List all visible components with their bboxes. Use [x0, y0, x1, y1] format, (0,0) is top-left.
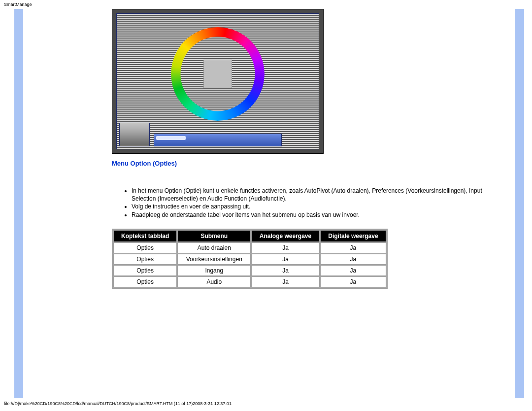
doc-title: SmartManage — [4, 2, 32, 7]
section-title: Menu Option (Opties) — [112, 160, 496, 167]
list-item: In het menu Option (Optie) kunt u enkele… — [132, 187, 496, 203]
col-header: Koptekst tabblad — [113, 230, 177, 242]
cell: Ja — [320, 254, 386, 265]
table-row: Opties Voorkeursinstellingen Ja Ja — [113, 254, 386, 265]
table-header-row: Koptekst tabblad Submenu Analoge weergav… — [113, 230, 386, 242]
page-layout: Menu Option (Opties) In het menu Option … — [0, 9, 532, 398]
stripe-left — [14, 9, 23, 398]
calibration-pattern-image — [112, 9, 324, 154]
list-item: Raadpleeg de onderstaande tabel voor ite… — [132, 211, 496, 219]
cell: Ja — [251, 276, 320, 287]
cell: Opties — [113, 276, 177, 287]
notes-list: In het menu Option (Optie) kunt u enkele… — [112, 187, 496, 219]
center-square — [203, 60, 232, 88]
page-header: SmartManage — [0, 0, 532, 9]
col-header: Digitale weergave — [320, 230, 386, 242]
col-header: Analoge weergave — [251, 230, 320, 242]
table-row: Opties Audio Ja Ja — [113, 276, 386, 287]
table-row: Opties Auto draaien Ja Ja — [113, 242, 386, 253]
content: Menu Option (Opties) In het menu Option … — [23, 9, 515, 398]
cell: Ingang — [177, 265, 251, 276]
cell: Ja — [320, 265, 386, 276]
cell: Ja — [251, 254, 320, 265]
cell: Ja — [320, 276, 386, 287]
cell: Ja — [251, 242, 320, 253]
cell: Ja — [251, 265, 320, 276]
thumbnail-pattern — [119, 123, 150, 146]
cell: Ja — [320, 242, 386, 253]
table-row: Opties Ingang Ja Ja — [113, 265, 386, 276]
cell: Audio — [177, 276, 251, 287]
cell: Auto draaien — [177, 242, 251, 253]
list-item: Volg de instructies en voer de aanpassin… — [132, 203, 496, 210]
cell: Opties — [113, 242, 177, 253]
options-table: Koptekst tabblad Submenu Analoge weergav… — [112, 229, 388, 289]
gutter-left — [0, 9, 14, 398]
footer-path: file:///D|/make%20CD/190C8%20CD/lcd/manu… — [0, 398, 532, 409]
cell: Opties — [113, 254, 177, 265]
col-header: Submenu — [177, 230, 251, 242]
stripe-right — [515, 9, 524, 398]
cell: Voorkeursinstellingen — [177, 254, 251, 265]
cell: Opties — [113, 265, 177, 276]
toolbar-mock — [154, 134, 282, 146]
gutter-right — [524, 9, 532, 398]
